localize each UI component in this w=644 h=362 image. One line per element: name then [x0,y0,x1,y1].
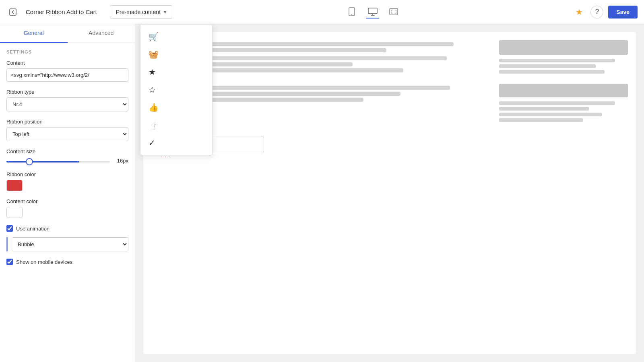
preview-right-mid [499,84,628,124]
show-mobile-checkbox[interactable] [6,259,13,265]
star-outline-icon: ☆ [149,85,156,95]
desktop-device-icon[interactable] [366,6,379,19]
skeleton-line [499,118,583,122]
dropdown-item-star-outline[interactable]: ☆ [140,81,212,99]
skeleton-line [499,64,596,68]
skeleton-line [499,70,605,74]
star-filled-icon: ★ [149,67,156,77]
dropdown-item-cart[interactable]: 🛒 [140,28,212,45]
preview-area: • • • • • • 🛒 Add to cart [143,32,636,354]
svg-point-2 [351,14,352,15]
sidebar-settings: SETTINGS Content Ribbon type Nr.4 Ribbon… [0,43,135,362]
dropdown-item-basket[interactable]: 🧺 [140,45,212,63]
preview-right-col [499,40,628,76]
skeleton-line [499,113,602,116]
star-rating-icon[interactable]: ★ [573,6,586,19]
premade-label: Pre-made content [116,9,161,15]
use-animation-checkbox[interactable] [6,225,13,232]
thumbs-up-filled-icon: 👍 [149,103,159,112]
content-size-slider[interactable] [6,161,110,162]
ribbon-position-label: Ribbon position [6,119,128,125]
settings-section-label: SETTINGS [6,49,128,54]
ribbon-position-field-group: Ribbon position Top left [6,119,128,141]
ribbon-type-label: Ribbon type [6,89,128,95]
content-color-field-group: Content color [6,198,128,218]
skeleton-line [178,86,450,90]
use-animation-row: Use animation [6,225,128,232]
right-col-thumb [499,40,628,55]
show-mobile-row: Show on mobile devices [6,259,128,265]
ribbon-color-field-group: Ribbon color [6,171,128,191]
ribbon-position-select[interactable]: Top left [6,127,128,141]
right-mid-thumb [499,84,628,97]
ribbon-type-select[interactable]: Nr.4 [6,97,128,111]
sidebar: General Advanced SETTINGS Content Ribbon… [0,24,135,362]
topbar-actions: ★ ? Save [573,6,638,19]
content-label: Content [6,60,128,66]
skeleton-line [499,101,615,105]
product-lines [178,84,487,104]
content-size-value: 16px [114,158,128,164]
skeleton-line [499,107,589,111]
ribbon-type-field-group: Ribbon type Nr.4 [6,89,128,111]
content-size-label: Content size [6,148,128,154]
content-input[interactable] [6,68,128,82]
content-size-field-group: Content size 16px [6,148,128,164]
page-title: Corner Ribbon Add to Cart [26,8,97,15]
mobile-device-icon[interactable] [345,6,358,19]
svg-rect-3 [368,8,377,14]
premade-content-dropdown: 🛒 🧺 ★ ☆ 👍 👍 ✓ [140,24,213,155]
tab-advanced[interactable]: Advanced [68,24,135,43]
ribbon-color-swatch[interactable] [6,180,23,191]
main-layout: General Advanced SETTINGS Content Ribbon… [0,24,644,362]
fullscreen-icon[interactable] [387,6,400,19]
back-button[interactable] [6,6,19,19]
cart-icon: 🛒 [149,32,159,41]
premade-content-button[interactable]: Pre-made content ▾ [110,5,172,19]
tab-general[interactable]: General [0,24,68,43]
sidebar-tabs: General Advanced [0,24,135,43]
content-field-group: Content [6,60,128,82]
animation-type-select[interactable]: Bubble [12,237,128,251]
basket-icon: 🧺 [149,49,159,59]
save-button[interactable]: Save [608,6,638,19]
preview-product-row [151,84,628,124]
dots-decoration-bottom: • • • [161,156,171,158]
skeleton-line [499,59,615,62]
slider-row: 16px [6,157,128,164]
dropdown-item-check[interactable]: ✓ [140,134,212,152]
svg-rect-0 [10,9,16,15]
preview-top-row [151,40,628,76]
use-animation-label: Use animation [16,226,50,232]
slider-container [6,157,110,164]
help-icon[interactable]: ? [590,6,603,19]
animation-type-field-group: Bubble [6,237,128,251]
thumbs-up-outline-icon: 👍 [149,120,159,130]
content-color-label: Content color [6,198,128,204]
content-color-swatch[interactable] [6,207,23,218]
topbar: Corner Ribbon Add to Cart Pre-made conte… [0,0,644,24]
dropdown-item-thumbs-up[interactable]: 👍 [140,99,212,116]
check-icon: ✓ [149,138,155,148]
dropdown-item-thumbs-up-outline[interactable]: 👍 [140,116,212,134]
dropdown-arrow-icon: ▾ [164,9,166,15]
show-mobile-label: Show on mobile devices [16,259,72,265]
dropdown-item-star-filled[interactable]: ★ [140,63,212,81]
svg-rect-4 [390,8,398,15]
ribbon-color-label: Ribbon color [6,171,128,177]
device-switcher [179,6,566,19]
